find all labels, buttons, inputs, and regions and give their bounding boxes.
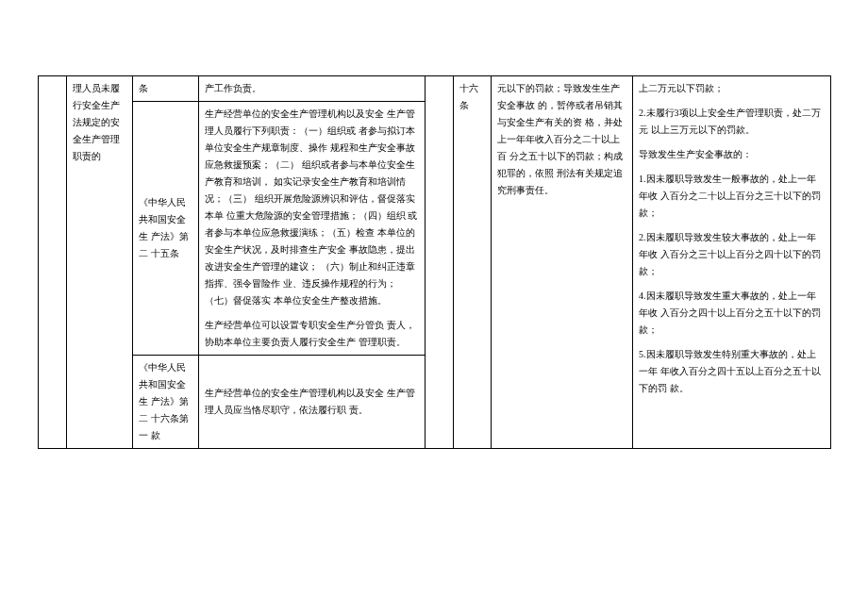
penalty-p4: 1.因未履职导致发生一般事故的，处上一年年收 入百分之二十以上百分之三十以下的罚…	[639, 171, 825, 222]
penalty-p2: 2.未履行3项以上安全生产管理职责，处二万元 以上三万元以下的罚款。	[639, 105, 825, 139]
penalty-p1: 上二万元以下罚款；	[639, 80, 825, 97]
penalty-p6: 4.因未履职导致发生重大事故的，处上一年年收 入百分之四十以上百分之五十以下的罚…	[639, 288, 825, 339]
regulation-table: 理人员未履行安全生产法规定的安全生产管理职责的 条 产工作负责。 十六条 元以下…	[38, 75, 831, 449]
cell-article: 十六条	[454, 76, 492, 449]
cell-law-content-3: 生产经营单位的安全生产管理机构以及安全 生产管理人员应当恪尽职守，依法履行职 责…	[199, 356, 426, 449]
penalty-p3: 导致发生生产安全事故的：	[639, 146, 825, 163]
cell-penalty-detail: 上二万元以下罚款； 2.未履行3项以上安全生产管理职责，处二万元 以上三万元以下…	[633, 76, 831, 449]
penalty-p7: 5.因未履职导致发生特别重大事故的，处上一年 年收入百分之四十五以上百分之五十以…	[639, 346, 825, 397]
cell-law-ref-3: 《中华人民共和国安全生 产法》第二 十六条第一 款	[133, 356, 199, 449]
table-row: 理人员未履行安全生产法规定的安全生产管理职责的 条 产工作负责。 十六条 元以下…	[39, 76, 831, 102]
law-content-2-p1: 生产经营单位的安全生产管理机构以及安全 生产管理人员履行下列职责：（一）组织或 …	[205, 106, 419, 309]
cell-law-content-2: 生产经营单位的安全生产管理机构以及安全 生产管理人员履行下列职责：（一）组织或 …	[199, 102, 426, 356]
penalty-p5: 2.因未履职导致发生较大事故的，处上一年年收 入百分之三十以上百分之四十以下的罚…	[639, 229, 825, 280]
cell-blank	[426, 76, 454, 449]
cell-law-content-1: 产工作负责。	[199, 76, 426, 102]
cell-law-ref-2: 《中华人民共和国安全生 产法》第二 十五条	[133, 102, 199, 356]
cell-violation: 理人员未履行安全生产法规定的安全生产管理职责的	[67, 76, 133, 449]
cell-penalty-basis: 元以下的罚款；导致发生生产安全事故 的，暂停或者吊销其与安全生产有关的资 格，并…	[492, 76, 633, 449]
cell-index	[39, 76, 67, 449]
law-content-2-p2: 生产经营单位可以设置专职安全生产分管负 责人，协助本单位主要负责人履行安全生产 …	[205, 317, 419, 351]
cell-law-ref-1: 条	[133, 76, 199, 102]
